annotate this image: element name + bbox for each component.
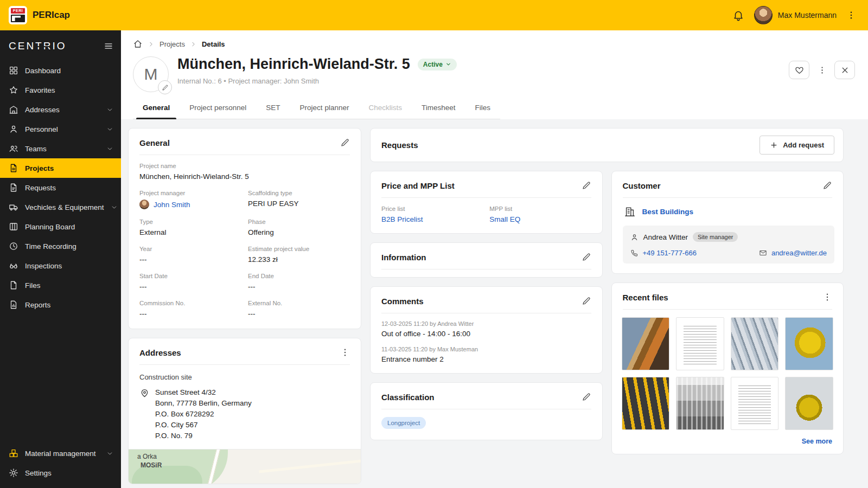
mpp-list-link[interactable]: Small EQ <box>489 215 520 223</box>
file-thumbnail[interactable] <box>731 317 779 370</box>
topbar-kebab-menu[interactable] <box>846 10 856 20</box>
sidebar-item-inspections[interactable]: Inspections <box>0 256 121 275</box>
sidebar-item-projects[interactable]: Projects <box>0 158 121 178</box>
user-menu[interactable]: Max Mustermann <box>754 6 837 24</box>
addresses-card-title: Addresses <box>139 348 181 357</box>
peri-brand-label: PERI <box>11 8 25 14</box>
edit-price-mpp-button[interactable] <box>582 181 591 190</box>
chevron-down-icon <box>106 106 113 113</box>
request-icon <box>9 183 18 192</box>
status-badge[interactable]: Active <box>418 59 457 70</box>
pencil-icon <box>582 181 591 190</box>
person-icon <box>9 124 18 134</box>
field-mpp-list: MPP list Small EQ <box>489 206 591 223</box>
file-thumbnail[interactable] <box>731 377 779 430</box>
avatar <box>754 6 773 24</box>
hamburger-icon <box>104 41 113 51</box>
sidebar-item-addresses[interactable]: Addresses <box>0 100 121 119</box>
sidebar-item-time-recording[interactable]: Time Recording <box>0 236 121 256</box>
addresses-kebab-menu[interactable] <box>340 348 350 357</box>
contact-name: Andrea Witter <box>643 233 688 241</box>
tab-bar: General Project personnel SET Project pl… <box>133 98 500 119</box>
tab-general[interactable]: General <box>133 98 180 119</box>
project-kebab-menu[interactable] <box>815 61 829 79</box>
edit-classification-button[interactable] <box>582 392 591 402</box>
file-thumbnail[interactable] <box>622 377 670 430</box>
construction-site-label: Construction site <box>139 373 350 381</box>
edit-general-button[interactable] <box>340 138 350 147</box>
sidebar-item-reports[interactable]: Reports <box>0 295 121 314</box>
people-icon <box>9 144 18 153</box>
breadcrumb-projects[interactable]: Projects <box>159 40 185 48</box>
notifications-button[interactable] <box>732 9 744 21</box>
sidebar-item-planning-board[interactable]: Planning Board <box>0 217 121 236</box>
home-button[interactable] <box>133 39 143 49</box>
home-icon <box>133 39 143 49</box>
sidebar-item-material-management[interactable]: Material management <box>0 444 121 463</box>
contact-role-badge: Site manager <box>693 232 738 242</box>
favorite-button[interactable] <box>789 61 809 79</box>
project-manager-link[interactable]: John Smith <box>154 201 190 209</box>
comments-card: Comments 12-03-2025 11:20 by Andrea Witt… <box>370 286 603 374</box>
plus-icon <box>770 141 778 149</box>
sidebar-item-files[interactable]: Files <box>0 275 121 295</box>
edit-customer-button[interactable] <box>822 181 832 190</box>
tab-project-planner[interactable]: Project planner <box>290 98 359 119</box>
tab-set[interactable]: SET <box>256 98 290 119</box>
add-request-button[interactable]: Add request <box>760 136 834 155</box>
file-thumbnail[interactable] <box>785 377 833 430</box>
envelope-icon <box>759 249 767 257</box>
contact-phone[interactable]: +49 151-777-666 <box>630 249 697 257</box>
sidebar-collapse-button[interactable] <box>104 41 113 51</box>
comment-item: 12-03-2025 11:20 by Andrea Witter Out of… <box>381 320 591 338</box>
heart-icon <box>795 66 804 75</box>
dashboard-icon <box>9 66 18 75</box>
sidebar-item-dashboard[interactable]: Dashboard <box>0 61 121 80</box>
edit-avatar-button[interactable] <box>158 80 172 94</box>
chevron-right-icon <box>148 41 155 48</box>
report-icon <box>9 300 18 310</box>
contact-email[interactable]: andrea@witter.de <box>759 249 827 257</box>
see-more-link[interactable]: See more <box>802 438 832 445</box>
field-project-manager: Project manager John Smith <box>139 190 241 209</box>
sidebar-item-requests[interactable]: Requests <box>0 178 121 197</box>
edit-comments-button[interactable] <box>582 296 591 306</box>
sidebar-item-vehicles-equipment[interactable]: Vechicles & Equipement <box>0 197 121 217</box>
close-button[interactable] <box>834 61 855 79</box>
site-map[interactable]: a Orka MOSiR <box>129 449 361 484</box>
kebab-icon <box>818 66 827 75</box>
recent-files-kebab-menu[interactable] <box>822 292 832 302</box>
company-building-icon <box>624 206 636 217</box>
person-icon <box>630 233 639 241</box>
file-thumbnail[interactable] <box>785 317 833 370</box>
tab-timesheet[interactable]: Timesheet <box>412 98 465 119</box>
field-estimate-project-value: Estimate project value 12.233 zł <box>248 246 350 264</box>
customer-company-link[interactable]: Best Buildings <box>642 208 694 216</box>
centrio-logo: CENTRIO <box>9 40 67 52</box>
sidebar: CENTRIO Dashboard Favorites Addresses Pe… <box>0 30 121 488</box>
pencil-icon <box>582 296 591 306</box>
peri-brand-mark <box>11 15 25 22</box>
sidebar-item-settings[interactable]: Settings <box>0 463 121 483</box>
close-icon <box>840 66 850 75</box>
sidebar-item-favorites[interactable]: Favorites <box>0 80 121 100</box>
inspections-icon <box>9 261 18 271</box>
edit-information-button[interactable] <box>582 252 591 262</box>
avatar <box>139 200 149 209</box>
tab-checklists[interactable]: Checklists <box>359 98 412 119</box>
file-thumbnail[interactable] <box>676 377 724 430</box>
field-year: Year --- <box>139 246 241 264</box>
requests-card: Requests Add request <box>370 128 844 162</box>
sidebar-item-personnel[interactable]: Personnel <box>0 119 121 139</box>
field-phase: Phase Offering <box>248 219 350 236</box>
price-list-link[interactable]: B2B Pricelist <box>381 215 423 223</box>
tab-files[interactable]: Files <box>465 98 500 119</box>
sidebar-item-teams[interactable]: Teams <box>0 139 121 158</box>
file-thumbnail[interactable] <box>676 317 724 370</box>
phone-icon <box>630 249 639 257</box>
board-icon <box>9 222 18 232</box>
file-thumbnail[interactable] <box>622 317 670 370</box>
tab-project-personnel[interactable]: Project personnel <box>180 98 256 119</box>
classification-tag[interactable]: Longproject <box>381 417 426 429</box>
main-area: Projects Details M München, Heinrich-Wie… <box>121 30 868 488</box>
